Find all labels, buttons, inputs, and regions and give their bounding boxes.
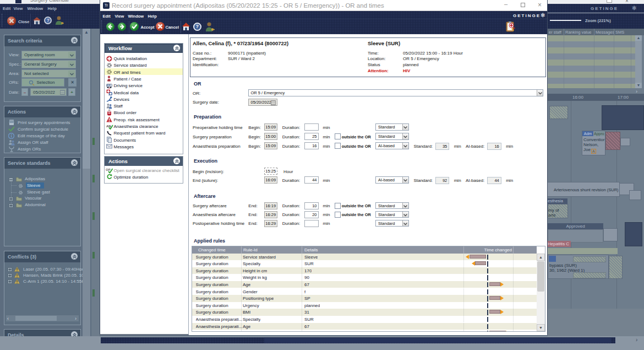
svg-text:OP: OP bbox=[106, 168, 111, 171]
svg-text:AN: AN bbox=[106, 125, 111, 128]
